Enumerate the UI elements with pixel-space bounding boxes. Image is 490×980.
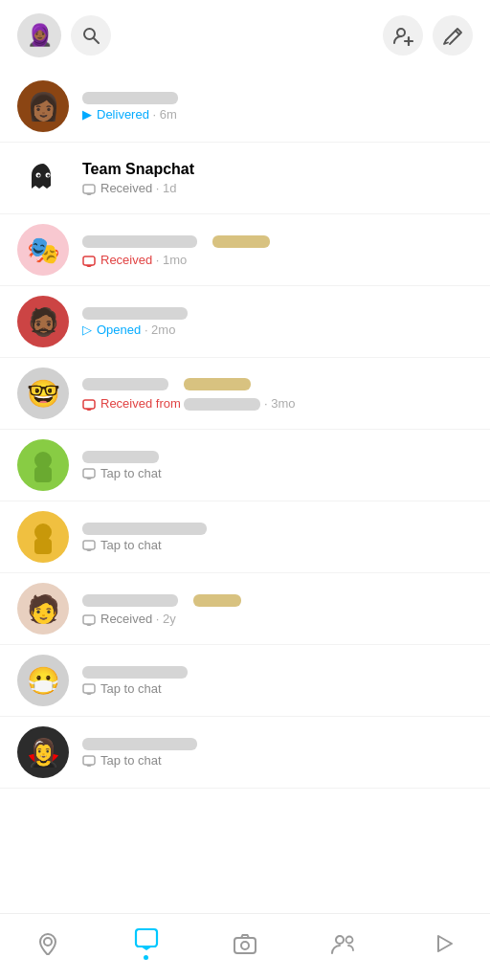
chat-name-row bbox=[82, 666, 473, 679]
svg-rect-17 bbox=[83, 469, 95, 478]
chat-avatar: 🧔🏾 bbox=[17, 296, 69, 347]
status-text: Tap to chat bbox=[100, 466, 162, 480]
chat-name-blur-gold bbox=[184, 378, 251, 390]
svg-line-1 bbox=[94, 38, 99, 43]
chat-name-blur bbox=[82, 235, 197, 248]
chat-info: Tap to chat bbox=[82, 666, 473, 696]
chat-avatar: 😷 bbox=[17, 655, 69, 706]
nav-item-stories[interactable] bbox=[419, 928, 465, 959]
chat-name-blur bbox=[82, 523, 207, 535]
chat-avatar: 🎭 bbox=[17, 224, 69, 276]
status-text: Received from · 3mo bbox=[100, 396, 296, 411]
received-icon bbox=[82, 396, 96, 411]
chat-name-blur bbox=[82, 451, 159, 463]
chat-status: Received from · 3mo bbox=[82, 396, 473, 411]
chat-item[interactable]: 🤓 Received from · 3mo bbox=[0, 358, 490, 430]
chat-name-row bbox=[82, 738, 473, 750]
new-chat-button[interactable] bbox=[433, 15, 473, 56]
chat-name-blur-gold bbox=[212, 235, 270, 248]
chat-info: Received · 2y bbox=[82, 591, 473, 626]
chat-name-row bbox=[82, 376, 473, 393]
chat-list: 👩🏾 ▶ Delivered · 6m Team Snapchat bbox=[0, 71, 490, 922]
bottom-nav bbox=[0, 913, 490, 980]
chat-item[interactable]: 🎭 Received · 1mo bbox=[0, 214, 490, 286]
chat-avatar: 🧑 bbox=[17, 583, 69, 635]
chat-status: Tap to chat bbox=[82, 538, 473, 552]
chat-avatar: 👩🏾 bbox=[17, 80, 69, 132]
status-text: Tap to chat bbox=[100, 681, 162, 696]
svg-point-33 bbox=[241, 942, 249, 949]
chat-item[interactable]: Tap to chat bbox=[0, 430, 490, 501]
status-text: Delivered · 6m bbox=[97, 107, 177, 122]
chat-name-blur bbox=[82, 738, 197, 750]
user-avatar[interactable]: 🧕🏾 bbox=[17, 13, 61, 57]
chat-status: Received · 2y bbox=[82, 612, 473, 626]
status-text: Received · 1mo bbox=[100, 253, 187, 267]
nav-item-map[interactable] bbox=[25, 928, 71, 959]
chat-info: Tap to chat bbox=[82, 451, 473, 480]
received-from-blur bbox=[184, 398, 260, 411]
nav-item-camera[interactable] bbox=[221, 927, 269, 960]
chat-name-blur bbox=[82, 378, 168, 390]
svg-marker-31 bbox=[141, 947, 152, 950]
chat-name-row bbox=[82, 307, 473, 320]
chat-info: Team Snapchat Received · 1d bbox=[82, 161, 473, 195]
svg-point-19 bbox=[34, 523, 52, 541]
chat-item[interactable]: Team Snapchat Received · 1d bbox=[0, 143, 490, 214]
chat-item[interactable]: 🧑 Received · 2y bbox=[0, 573, 490, 645]
chat-name-row bbox=[82, 523, 473, 535]
chat-avatar bbox=[17, 439, 69, 491]
nav-item-friends[interactable] bbox=[319, 928, 368, 959]
chat-name-blur bbox=[82, 307, 188, 320]
svg-point-15 bbox=[34, 452, 52, 469]
chat-avatar: 🤓 bbox=[17, 368, 69, 419]
svg-rect-20 bbox=[34, 539, 52, 554]
chat-info: Tap to chat bbox=[82, 738, 473, 768]
svg-marker-14 bbox=[85, 409, 93, 411]
svg-point-2 bbox=[397, 29, 405, 36]
svg-point-34 bbox=[336, 936, 344, 944]
chat-icon bbox=[82, 753, 96, 768]
search-button[interactable] bbox=[71, 15, 111, 56]
chat-name-row bbox=[82, 92, 473, 104]
chat-name-blur bbox=[82, 92, 178, 104]
chat-info: ▷ Opened · 2mo bbox=[82, 307, 473, 337]
chat-item[interactable]: Tap to chat bbox=[0, 501, 490, 573]
delivered-icon: ▶ bbox=[82, 107, 92, 122]
svg-rect-32 bbox=[234, 938, 256, 953]
svg-rect-25 bbox=[83, 684, 95, 693]
chat-name-row: Team Snapchat bbox=[82, 161, 473, 178]
status-text: Tap to chat bbox=[100, 538, 162, 552]
svg-rect-27 bbox=[83, 756, 95, 765]
svg-point-7 bbox=[37, 174, 39, 176]
nav-item-chat[interactable] bbox=[122, 923, 171, 964]
chat-icon bbox=[82, 538, 96, 552]
chat-item[interactable]: 👩🏾 ▶ Delivered · 6m bbox=[0, 71, 490, 143]
svg-rect-16 bbox=[34, 467, 52, 482]
svg-rect-13 bbox=[83, 400, 95, 409]
chat-status: ▶ Delivered · 6m bbox=[82, 107, 473, 122]
chat-icon bbox=[82, 466, 96, 480]
svg-marker-18 bbox=[85, 478, 93, 479]
header-left: 🧕🏾 bbox=[17, 13, 111, 57]
status-text: Received · 1d bbox=[100, 181, 177, 195]
chat-status: Received · 1mo bbox=[82, 253, 473, 267]
svg-rect-11 bbox=[83, 256, 95, 265]
chat-status: Received · 1d bbox=[82, 181, 473, 195]
svg-rect-21 bbox=[83, 541, 95, 549]
chat-avatar: 🧛‍♀️ bbox=[17, 726, 69, 778]
chat-item[interactable]: 🧛‍♀️ Tap to chat bbox=[0, 717, 490, 789]
status-text: Tap to chat bbox=[100, 753, 162, 768]
chat-info: Tap to chat bbox=[82, 523, 473, 552]
chat-name: Team Snapchat bbox=[82, 161, 194, 178]
chat-status: ▷ Opened · 2mo bbox=[82, 323, 473, 337]
chat-item[interactable]: 😷 Tap to chat bbox=[0, 645, 490, 717]
chat-name-row bbox=[82, 591, 473, 609]
svg-marker-24 bbox=[85, 624, 93, 626]
chat-icon bbox=[82, 181, 96, 195]
received-icon bbox=[82, 253, 96, 267]
svg-marker-12 bbox=[85, 265, 93, 267]
chat-item[interactable]: 🧔🏾 ▷ Opened · 2mo bbox=[0, 286, 490, 358]
chat-name-row bbox=[82, 451, 473, 463]
add-friend-button[interactable] bbox=[383, 15, 423, 56]
